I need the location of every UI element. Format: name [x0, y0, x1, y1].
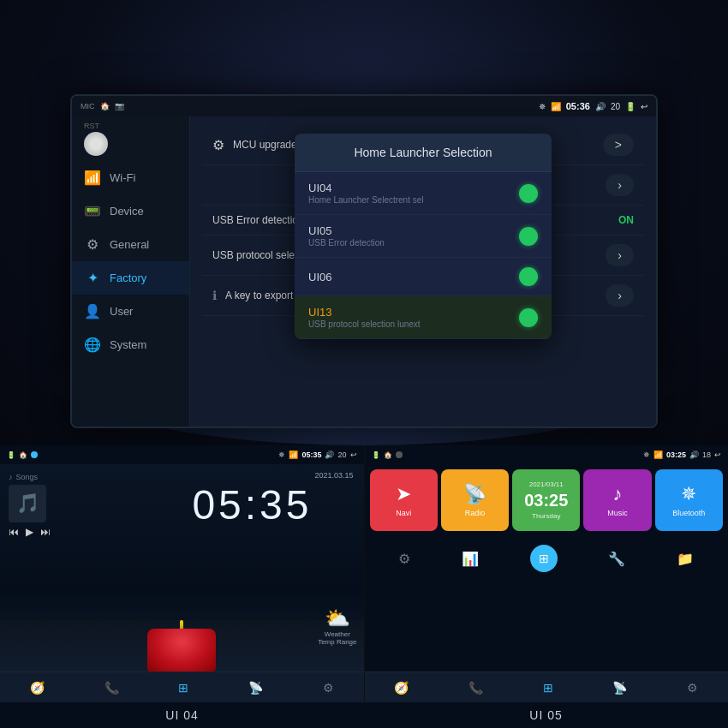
nav-radio-icon[interactable]: 📡 [248, 681, 263, 695]
bluetooth-status-icon: ✵ [539, 102, 546, 111]
ui04-bt-icon: ✵ [278, 451, 285, 459]
road [0, 620, 364, 671]
navi-icon: ➤ [396, 483, 411, 505]
music-label: ♪ Songs [9, 473, 51, 481]
app-tile-radio[interactable]: 📡 Radio [441, 469, 509, 531]
user-icon: 👤 [84, 303, 101, 319]
ui04-nav: 🧭 📞 ⊞ 📡 ⚙ [0, 671, 364, 702]
panel-ui04: 🔋 🏠 ✵ 📶 05:35 🔊 20 ↩ [0, 445, 365, 702]
modal-item-ui04[interactable]: UI04 Home Launcher Selectrent sel [295, 172, 552, 215]
ui05-nav-map[interactable]: 🧭 [394, 681, 409, 695]
sidebar-system-label: System [110, 338, 146, 351]
ui05-bottom-icons: ⚙ 📊 ⊞ 🔧 📁 [365, 540, 729, 577]
wifi-icon: 📶 [84, 170, 101, 186]
music-note-icon: ♪ [9, 473, 13, 481]
ui04-vol-icon: 🔊 [325, 451, 334, 459]
gear-icon: ⚙ [84, 236, 101, 253]
weather-widget: ⛅ Weather Temp Range [318, 606, 356, 646]
status-left: MIC 🏠 📷 [81, 102, 124, 110]
modal-item-ui06[interactable]: UI06 [295, 258, 552, 296]
app-tile-navi[interactable]: ➤ Navi [370, 469, 438, 531]
weather-icon: ⛅ [318, 606, 356, 630]
modal-ui06-label: UI06 [308, 271, 331, 283]
nav-phone-icon[interactable]: 📞 [104, 681, 119, 695]
modal-ui05-left: UI05 USB Error detection [308, 224, 385, 248]
modal-ui13-toggle[interactable] [519, 308, 538, 327]
sidebar-item-factory[interactable]: ✦ Factory [72, 261, 189, 295]
app-tile-clock[interactable]: 2021/03/11 03:25 Thursday [512, 469, 580, 531]
ui05-nav-phone[interactable]: 📞 [468, 681, 483, 695]
ui05-body: ➤ Navi 📡 Radio 2021/03/11 03:25 Thursday [365, 464, 729, 671]
ui05-nav-apps[interactable]: ⊞ [543, 681, 553, 695]
clock-date: 2021/03/11 [529, 480, 564, 488]
app-tile-bluetooth[interactable]: ✵ Bluetooth [655, 469, 723, 531]
ui05-chart-icon[interactable]: 📊 [462, 551, 479, 567]
volume-icon: 🔊 [595, 102, 606, 111]
nav-map-icon[interactable]: 🧭 [30, 681, 45, 695]
ui04-back-icon[interactable]: ↩ [350, 451, 357, 459]
ui05-back-icon[interactable]: ↩ [714, 451, 721, 459]
sidebar-item-wifi[interactable]: 📶 Wi-Fi [72, 161, 189, 194]
nav-apps-icon[interactable]: ⊞ [178, 681, 188, 695]
modal-ui04-toggle[interactable] [519, 184, 538, 203]
music-controls: ⏮ ▶ ⏭ [9, 526, 51, 538]
home-icon: 🏠 [100, 102, 110, 110]
modal-ui04-label: UI04 [308, 182, 424, 194]
modal-item-ui05[interactable]: UI05 USB Error detection [295, 215, 552, 258]
device-icon: 📟 [84, 203, 101, 219]
battery-icon: 🔋 [625, 102, 636, 111]
modal-ui06-left: UI06 [308, 271, 331, 283]
sidebar-item-user[interactable]: 👤 User [72, 295, 189, 328]
car-3d [147, 629, 216, 671]
ui05-folder-icon[interactable]: 📁 [677, 551, 694, 567]
modal-ui05-sub: USB Error detection [308, 238, 385, 248]
battery-level: 20 [611, 102, 620, 111]
ui05-tools-icon[interactable]: 🔧 [608, 551, 625, 567]
app-tile-music[interactable]: ♪ Music [583, 469, 651, 531]
modal-overlay: Home Launcher Selection UI04 Home Launch… [190, 116, 656, 427]
sidebar-item-system[interactable]: 🌐 System [72, 328, 189, 361]
modal-item-ui13[interactable]: UI13 USB protocol selection lunext [295, 296, 552, 339]
sidebar-item-device[interactable]: 📟 Device [72, 194, 189, 228]
ui05-time: 03:25 [666, 451, 686, 459]
back-icon[interactable]: ↩ [641, 102, 647, 111]
sidebar-user-label: User [110, 305, 133, 318]
ui05-status-bar: 🔋 🏠 ✵ 📶 03:25 🔊 18 ↩ [365, 445, 729, 464]
ui05-nav: 🧭 📞 ⊞ 📡 ⚙ [365, 671, 729, 702]
rst-button[interactable] [84, 132, 108, 156]
mic-label: MIC [81, 102, 95, 110]
ui04-top: ♪ Songs 🎵 ⏮ ▶ ⏭ 05:35 [0, 464, 364, 671]
app-grid: ➤ Navi 📡 Radio 2021/03/11 03:25 Thursday [365, 464, 729, 536]
ui05-status-right: ✵ 📶 03:25 🔊 18 ↩ [643, 451, 721, 459]
modal-ui05-toggle[interactable] [519, 227, 538, 246]
ui05-nav-settings[interactable]: ⚙ [687, 681, 698, 695]
prev-button[interactable]: ⏮ [9, 526, 19, 538]
ui05-nav-radio[interactable]: 📡 [612, 681, 627, 695]
sidebar-device-label: Device [110, 205, 144, 218]
home-launcher-modal: Home Launcher Selection UI04 Home Launch… [295, 134, 552, 339]
ui05-battery-icon: 🔋 [372, 451, 380, 459]
nav-settings-icon[interactable]: ⚙ [323, 681, 334, 695]
wifi-status-icon: 📶 [551, 102, 561, 111]
modal-ui04-sub: Home Launcher Selectrent sel [308, 195, 424, 205]
ui05-home-icon: 🏠 [384, 451, 392, 459]
ui04-home-icon: 🏠 [19, 451, 27, 459]
ui04-status-bar: 🔋 🏠 ✵ 📶 05:35 🔊 20 ↩ [0, 445, 364, 464]
ui05-settings-icon[interactable]: ⚙ [398, 551, 410, 567]
headunit-time: 05:36 [566, 101, 590, 111]
ui05-apps-icon[interactable]: ⊞ [530, 545, 558, 572]
sidebar-factory-label: Factory [110, 272, 146, 284]
bottom-panels: 🔋 🏠 ✵ 📶 05:35 🔊 20 ↩ [0, 445, 728, 728]
next-button[interactable]: ⏭ [40, 526, 51, 538]
radio-icon: 📡 [463, 483, 486, 505]
status-right: ✵ 📶 05:36 🔊 20 🔋 ↩ [539, 101, 647, 111]
labels-row: UI 04 UI 05 [0, 702, 728, 728]
modal-ui13-label: UI13 [308, 306, 421, 319]
sidebar-item-general[interactable]: ⚙ General [72, 228, 189, 261]
sidebar-general-label: General [110, 238, 149, 251]
ui04-time: 05:35 [301, 451, 321, 459]
ui05-dot [396, 451, 403, 458]
headunit-screen: MIC 🏠 📷 ✵ 📶 05:36 🔊 20 🔋 ↩ RST 📶 Wi-Fi 📟… [70, 94, 658, 428]
modal-ui06-toggle[interactable] [519, 267, 538, 286]
play-button[interactable]: ▶ [26, 526, 33, 538]
